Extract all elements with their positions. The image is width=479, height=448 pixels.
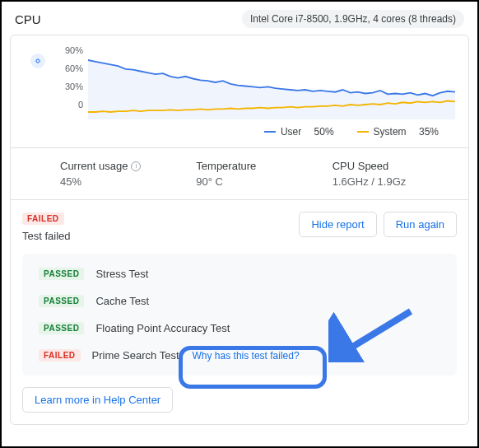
overall-status-badge: FAILED <box>22 212 64 225</box>
legend-system: System 35% <box>357 126 439 138</box>
status-badge: FAILED <box>39 349 81 362</box>
help-center-button[interactable]: Learn more in Help Center <box>22 387 173 413</box>
status-badge: PASSED <box>39 322 84 334</box>
test-row: FAILED Prime Search Test Why has this te… <box>22 342 457 369</box>
test-row: PASSED Cache Test <box>22 287 457 315</box>
cpu-model-chip: Intel Core i7-8500, 1.9GHz, 4 cores (8 t… <box>242 10 464 28</box>
overall-status-text: Test failed <box>22 230 71 242</box>
svg-rect-0 <box>36 59 39 62</box>
usage-chart <box>88 45 455 119</box>
run-again-button[interactable]: Run again <box>384 212 457 237</box>
stats-row: Current usage i 45% Temperature 90° C CP… <box>11 147 468 199</box>
chart-legend: User 50% System 35% <box>24 119 455 141</box>
hide-report-button[interactable]: Hide report <box>299 212 376 237</box>
stat-temperature: Temperature 90° C <box>196 160 332 188</box>
chart-y-axis: 90% 60% 30% 0 <box>65 45 88 119</box>
page-title: CPU <box>15 12 41 26</box>
status-badge: PASSED <box>39 295 84 307</box>
cpu-icon <box>30 54 45 68</box>
test-row: PASSED Floating Point Accuracy Test <box>22 315 457 342</box>
stat-cpu-speed: CPU Speed 1.6GHz / 1.9Gz <box>333 160 468 188</box>
info-icon[interactable]: i <box>131 161 141 171</box>
stat-current-usage: Current usage i 45% <box>60 160 196 188</box>
chart-section: 90% 60% 30% 0 User 50% System 35% <box>11 35 468 147</box>
tests-list: PASSED Stress Test PASSED Cache Test PAS… <box>22 254 457 376</box>
test-row: PASSED Stress Test <box>22 260 457 287</box>
status-badge: PASSED <box>39 268 84 280</box>
legend-user: User 50% <box>264 126 334 138</box>
cpu-card: 90% 60% 30% 0 User 50% System 35% Curren <box>10 35 469 425</box>
header: CPU Intel Core i7-8500, 1.9GHz, 4 cores … <box>10 10 469 35</box>
report-section: FAILED Test failed Hide report Run again… <box>11 199 468 424</box>
why-failed-link[interactable]: Why has this test failed? <box>193 350 300 362</box>
